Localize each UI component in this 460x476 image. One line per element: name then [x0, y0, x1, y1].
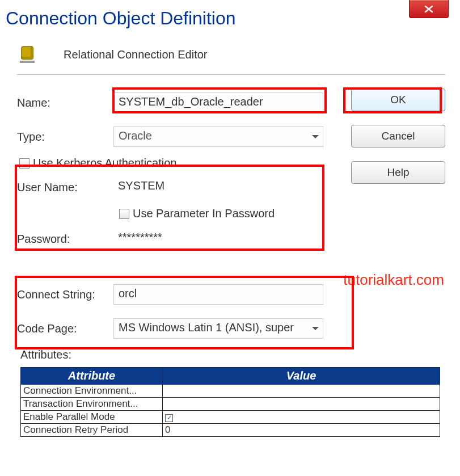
watermark: tutorialkart.com	[343, 271, 444, 289]
attr-cell: Connection Environment...	[21, 385, 163, 398]
attr-cell: Enable Parallel Mode	[21, 411, 163, 424]
type-select[interactable]: Oracle	[113, 127, 323, 147]
value-cell[interactable]	[163, 411, 440, 424]
kerberos-checkbox[interactable]	[19, 158, 29, 169]
attr-cell: Connection Retry Period	[21, 424, 163, 437]
password-input[interactable]: **********	[113, 229, 323, 249]
code-page-label: Code Page:	[17, 322, 113, 335]
table-row: Connection Retry Period 0	[21, 424, 440, 437]
attributes-label: Attributes:	[20, 348, 445, 361]
cancel-button[interactable]: Cancel	[351, 125, 445, 148]
dialog-title: Connection Object Definition	[0, 0, 460, 35]
password-label: Password:	[17, 233, 113, 246]
user-name-label: User Name:	[17, 181, 113, 194]
code-page-select[interactable]: MS Windows Latin 1 (ANSI), super	[113, 318, 323, 339]
close-button[interactable]	[409, 0, 449, 18]
table-row: Transaction Environment...	[21, 398, 440, 411]
connect-string-label: Connect String:	[17, 288, 113, 301]
use-param-password-checkbox[interactable]	[119, 209, 129, 219]
close-icon	[424, 5, 433, 13]
editor-header-title: Relational Connection Editor	[64, 48, 208, 61]
chevron-down-icon	[312, 327, 319, 330]
attr-header-value: Value	[163, 368, 440, 385]
use-param-password-label: Use Parameter In Password	[133, 207, 275, 220]
kerberos-label: Use Kerberos Authentication	[33, 157, 177, 170]
connect-string-input[interactable]: orcl	[113, 284, 323, 305]
user-name-input[interactable]: SYSTEM	[113, 177, 323, 197]
table-row: Enable Parallel Mode	[21, 411, 440, 424]
name-label: Name:	[17, 96, 113, 109]
attr-cell: Transaction Environment...	[21, 398, 163, 411]
parallel-mode-checkbox[interactable]	[165, 414, 173, 422]
chevron-down-icon	[312, 135, 319, 138]
code-page-value: MS Windows Latin 1 (ANSI), super	[113, 318, 323, 339]
value-cell[interactable]	[163, 385, 440, 398]
value-cell[interactable]	[163, 398, 440, 411]
value-cell[interactable]: 0	[163, 424, 440, 437]
ok-button[interactable]: OK	[351, 89, 445, 111]
name-input[interactable]: SYSTEM_db_Oracle_reader	[113, 92, 323, 113]
table-row: Connection Environment...	[21, 385, 440, 398]
attr-header-attribute: Attribute	[21, 368, 163, 385]
editor-header: Relational Connection Editor	[17, 35, 445, 75]
database-icon	[19, 46, 35, 63]
type-value: Oracle	[113, 127, 323, 147]
help-button[interactable]: Help	[351, 161, 445, 184]
attributes-table: Attribute Value Connection Environment..…	[20, 367, 440, 437]
type-label: Type:	[17, 130, 113, 144]
